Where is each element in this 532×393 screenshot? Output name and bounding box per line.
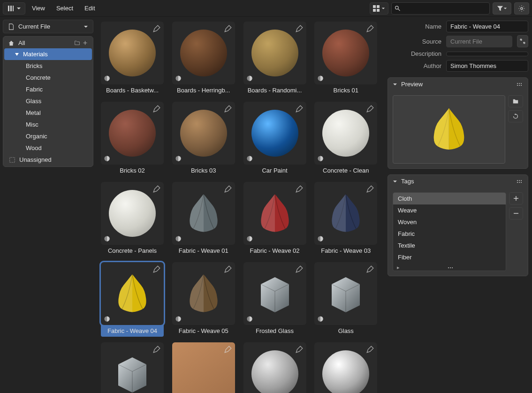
tags-header[interactable]: Tags	[388, 175, 528, 188]
tree-child-wood[interactable]: Wood	[4, 142, 92, 154]
tag-list-footer: ▸	[393, 263, 506, 271]
material-preview	[243, 22, 306, 84]
chevron-down-icon	[84, 24, 88, 29]
chevron-down-icon	[503, 7, 507, 10]
settings-button[interactable]	[514, 2, 529, 15]
author-field[interactable]: Simon Thommes	[446, 60, 528, 72]
material-type-icon	[174, 315, 182, 323]
svg-point-43	[519, 85, 520, 86]
material-card[interactable]: Glass (Dispersion)	[101, 342, 164, 393]
svg-line-8	[398, 8, 400, 10]
tree-child-organic[interactable]: Organic	[4, 130, 92, 142]
preview-header[interactable]: Preview	[388, 78, 528, 91]
add-tag-button[interactable]	[509, 192, 523, 204]
svg-point-41	[521, 83, 522, 84]
material-type-icon	[174, 234, 182, 243]
menu-edit[interactable]: Edit	[80, 3, 99, 14]
tree-child-fabric[interactable]: Fabric	[4, 83, 92, 95]
material-card[interactable]: Car Paint	[243, 102, 306, 176]
material-card[interactable]: Human Skin	[172, 342, 235, 393]
tree-unassigned[interactable]: Unassigned	[4, 154, 92, 166]
preview-refresh-button[interactable]	[508, 110, 523, 122]
tag-row[interactable]: Cloth	[393, 193, 506, 204]
svg-point-44	[521, 85, 522, 86]
plus-icon[interactable]	[82, 40, 88, 46]
material-label: Fabric - Weave 01	[172, 245, 235, 257]
material-card[interactable]: Glass	[314, 262, 377, 337]
new-catalog-icon[interactable]	[74, 40, 80, 46]
menu-view[interactable]: View	[27, 3, 50, 14]
svg-rect-2	[13, 6, 14, 11]
material-preview	[172, 262, 235, 325]
view-mode-button[interactable]	[370, 2, 388, 15]
file-icon	[8, 23, 15, 30]
play-icon: ▸	[397, 265, 400, 271]
material-card[interactable]: Frosted Glass	[243, 262, 306, 337]
material-card[interactable]: Metal - Chrome	[314, 342, 377, 393]
preview-image	[393, 95, 505, 164]
search-input[interactable]	[401, 5, 486, 12]
tree-child-glass[interactable]: Glass	[4, 95, 92, 107]
material-card[interactable]: Fabric - Weave 04	[101, 262, 164, 337]
material-card[interactable]: Fabric - Weave 02	[243, 182, 306, 257]
material-label: Fabric - Weave 02	[243, 245, 306, 257]
tree-child-concrete[interactable]: Concrete	[4, 72, 92, 83]
material-preview	[243, 262, 306, 325]
inspector: Name Fabric - Weave 04 Source Current Fi…	[384, 17, 532, 393]
svg-point-48	[517, 182, 518, 183]
svg-point-53	[452, 267, 453, 268]
material-card[interactable]: Boards - Randomi...	[243, 22, 306, 96]
preview-load-button[interactable]	[508, 95, 523, 107]
chevron-down-icon	[381, 7, 385, 10]
material-card[interactable]: Bricks 02	[101, 102, 164, 176]
editor-type-button[interactable]	[3, 2, 25, 15]
tree-materials[interactable]: Materials	[4, 48, 92, 60]
tag-row[interactable]: Fabric	[393, 228, 506, 240]
material-card[interactable]: Boards - Basketw...	[101, 22, 164, 96]
material-card[interactable]: Boards - Herringb...	[172, 22, 235, 96]
edit-icon	[295, 345, 304, 354]
material-card[interactable]: Concrete - Clean	[314, 102, 377, 176]
material-preview	[172, 182, 235, 245]
material-card[interactable]: Fabric - Weave 01	[172, 182, 235, 257]
material-card[interactable]: Fabric - Weave 05	[172, 262, 235, 337]
tree-child-bricks[interactable]: Bricks	[4, 60, 92, 72]
name-field[interactable]: Fabric - Weave 04	[446, 21, 528, 32]
edit-icon	[152, 24, 161, 33]
source-tools-button[interactable]	[517, 35, 528, 47]
tree-all[interactable]: All	[18, 39, 25, 46]
material-card[interactable]: Metal - Brushed	[243, 342, 306, 393]
svg-point-46	[519, 180, 520, 181]
source-field: Current File	[446, 36, 512, 47]
tag-row[interactable]: Textile	[393, 240, 506, 251]
svg-point-45	[517, 180, 518, 181]
material-card[interactable]: Fabric - Weave 03	[314, 182, 377, 257]
source-selector[interactable]: Current File	[3, 20, 93, 33]
svg-rect-3	[373, 5, 376, 8]
material-type-icon	[245, 74, 254, 83]
search-box[interactable]	[391, 2, 490, 15]
material-type-icon	[245, 154, 254, 163]
material-type-icon	[103, 154, 111, 163]
material-card[interactable]: Bricks 01	[314, 22, 377, 96]
tree-child-metal[interactable]: Metal	[4, 107, 92, 119]
tag-row[interactable]: Woven	[393, 216, 506, 228]
material-preview	[314, 182, 377, 245]
edit-icon	[152, 345, 161, 354]
description-field[interactable]	[446, 52, 528, 56]
material-preview	[101, 22, 164, 84]
funnel-icon	[497, 5, 503, 12]
tag-row[interactable]: Fiber	[393, 251, 506, 263]
tree-child-misc[interactable]: Misc	[4, 119, 92, 130]
edit-icon	[295, 185, 304, 193]
remove-tag-button[interactable]	[509, 207, 523, 219]
material-type-icon	[316, 74, 325, 83]
material-card[interactable]: Concrete - Panels	[101, 182, 164, 257]
material-type-icon	[316, 234, 325, 243]
tag-row[interactable]: Weave	[393, 204, 506, 216]
material-card[interactable]: Bricks 03	[172, 102, 235, 176]
filter-button[interactable]	[493, 2, 511, 15]
drag-handle-icon[interactable]	[448, 266, 454, 269]
menu-select[interactable]: Select	[52, 3, 78, 14]
gear-icon	[518, 5, 525, 12]
